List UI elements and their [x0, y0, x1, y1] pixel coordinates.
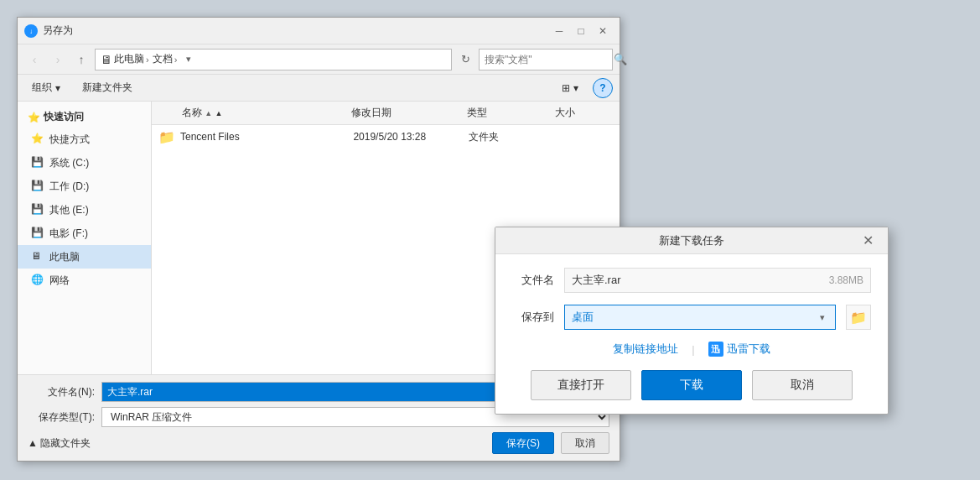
sort-arrow-name: ▲	[205, 109, 212, 117]
computer-icon: 🖥	[101, 53, 112, 66]
close-button[interactable]: ✕	[593, 21, 613, 41]
sidebar-item-d[interactable]: 💾 工作 (D:) 📌	[18, 175, 151, 198]
link-divider: |	[692, 343, 694, 356]
sidebar-item-f[interactable]: 💾 电影 (F:) 📌	[18, 222, 151, 245]
thunder-icon-text: 迅	[711, 343, 720, 356]
sidebar: ⭐ 快速访问 ⭐ 快捷方式 📌 💾 系统 (C:) 📌 💾 工作 (D:) 📌 …	[18, 102, 152, 374]
col-header-size[interactable]: 大小	[552, 106, 613, 120]
second-toolbar: 组织 ▾ 新建文件夹 ⊞ ▾ ?	[18, 75, 620, 102]
breadcrumb-docs: 文档 ›	[153, 52, 178, 66]
sidebar-item-this-pc[interactable]: 🖥 此电脑	[18, 245, 151, 269]
cancel-button[interactable]: 取消	[561, 432, 609, 454]
file-type: 文件夹	[469, 130, 555, 144]
sidebar-item-f-label: 电影 (F:)	[49, 227, 88, 241]
sidebar-item-this-pc-label: 此电脑	[49, 250, 80, 264]
address-dropdown-button[interactable]: ▾	[180, 50, 197, 70]
back-button[interactable]: ‹	[24, 50, 44, 70]
dl-filesize: 3.88MB	[829, 274, 863, 286]
close-icon: ✕	[863, 232, 874, 248]
dl-filename-label: 文件名	[512, 273, 554, 288]
this-pc-icon: 🖥	[31, 250, 44, 263]
search-box: 🔍	[479, 49, 613, 70]
f-drive-icon: 💾	[31, 227, 44, 240]
sidebar-item-d-label: 工作 (D:)	[49, 180, 89, 194]
up-button[interactable]: ↑	[71, 50, 91, 70]
minimize-button[interactable]: ─	[549, 21, 569, 41]
search-input[interactable]	[485, 54, 610, 65]
view-button[interactable]: ⊞ ▾	[554, 78, 586, 98]
sidebar-item-shortcuts[interactable]: ⭐ 快捷方式 📌	[18, 128, 151, 151]
svg-text:↓: ↓	[29, 28, 33, 35]
dl-links: 复制链接地址 | 迅 迅雷下载	[512, 342, 871, 357]
col-header-type[interactable]: 类型	[464, 106, 552, 120]
hidden-folder-label: ▲ 隐藏文件夹	[28, 436, 91, 451]
sidebar-item-network-label: 网络	[49, 274, 70, 288]
address-bar[interactable]: 🖥 此电脑 › 文档 › ▾	[95, 49, 452, 70]
refresh-button[interactable]: ↻	[455, 50, 475, 70]
quick-access-label: 快速访问	[44, 110, 84, 124]
sidebar-item-e[interactable]: 💾 其他 (E:) 📌	[18, 198, 151, 222]
dl-filename-value: 大主宰.rar	[572, 273, 621, 288]
breadcrumb-computer: 🖥 此电脑 ›	[101, 52, 149, 66]
quick-access-icon: ⭐	[28, 112, 40, 123]
sidebar-item-e-label: 其他 (E:)	[49, 203, 89, 217]
view-icon: ⊞	[562, 82, 570, 94]
save-as-titlebar: ↓ 另存为 ─ □ ✕	[18, 18, 620, 44]
network-icon: 🌐	[31, 274, 44, 287]
col-header-name[interactable]: 名称 ▲	[179, 106, 348, 120]
file-name: Tencent Files	[180, 131, 353, 143]
bottom-actions: 保存(S) 取消	[492, 432, 609, 454]
download-dialog: 新建下载任务 ✕ 文件名 大主宰.rar 3.88MB 保存到 桌面 ▾ 📁	[495, 227, 889, 415]
new-folder-button[interactable]: 新建文件夹	[75, 78, 140, 98]
help-icon: ?	[599, 82, 605, 94]
sidebar-item-network[interactable]: 🌐 网络	[18, 269, 151, 292]
filetype-label: 保存类型(T):	[28, 410, 95, 425]
organize-arrow: ▾	[55, 82, 60, 94]
dl-saveto-row: 保存到 桌面 ▾ 📁	[512, 305, 871, 330]
filename-label: 文件名(N):	[28, 385, 95, 399]
dl-cancel-button[interactable]: 取消	[752, 370, 853, 400]
dl-saveto-label: 保存到	[512, 310, 554, 325]
copy-link-button[interactable]: 复制链接地址	[613, 342, 678, 357]
copy-link-label: 复制链接地址	[613, 342, 678, 357]
download-body: 文件名 大主宰.rar 3.88MB 保存到 桌面 ▾ 📁 复制链接地址 |	[495, 254, 888, 414]
direct-open-button[interactable]: 直接打开	[531, 370, 631, 400]
file-row[interactable]: 📁 Tencent Files 2019/5/20 13:28 文件夹	[152, 125, 620, 149]
e-drive-icon: 💾	[31, 203, 44, 217]
dl-saveto-box[interactable]: 桌面 ▾	[564, 305, 836, 330]
breadcrumb-computer-label: 此电脑	[114, 52, 144, 66]
view-arrow: ▾	[573, 82, 578, 94]
download-button[interactable]: 下载	[641, 370, 742, 400]
help-button[interactable]: ?	[593, 78, 613, 98]
download-title: 新建下载任务	[526, 233, 858, 248]
dl-filename-row: 文件名 大主宰.rar 3.88MB	[512, 268, 871, 293]
dl-filename-box: 大主宰.rar 3.88MB	[564, 268, 871, 293]
dl-saveto-dropdown[interactable]: ▾	[817, 312, 828, 323]
dl-actions: 直接打开 下载 取消	[512, 370, 871, 400]
folder-icon: 📁	[158, 128, 175, 145]
forward-button[interactable]: ›	[48, 50, 68, 70]
download-titlebar: 新建下载任务 ✕	[495, 227, 888, 254]
search-icon: 🔍	[614, 53, 627, 65]
window-controls: ─ □ ✕	[549, 21, 613, 41]
dl-saveto-value: 桌面	[572, 310, 817, 325]
maximize-button[interactable]: □	[571, 21, 591, 41]
thunder-label: 迅雷下载	[727, 342, 770, 357]
dl-folder-button[interactable]: 📁	[846, 305, 871, 330]
folder-open-icon: 📁	[850, 310, 867, 326]
shortcuts-icon: ⭐	[31, 133, 44, 146]
sidebar-item-shortcuts-label: 快捷方式	[49, 133, 90, 147]
thunder-download-button[interactable]: 迅 迅雷下载	[708, 342, 770, 357]
download-close-button[interactable]: ✕	[858, 231, 878, 251]
new-folder-label: 新建文件夹	[82, 81, 132, 95]
save-button[interactable]: 保存(S)	[492, 432, 554, 454]
col-header-date[interactable]: 修改日期	[348, 106, 464, 120]
organize-button[interactable]: 组织 ▾	[24, 78, 68, 98]
file-list-header: 名称 ▲ 修改日期 类型 大小	[152, 102, 620, 125]
organize-label: 组织	[32, 81, 52, 95]
nav-toolbar: ‹ › ↑ 🖥 此电脑 › 文档 › ▾ ↻ 🔍	[18, 44, 620, 75]
thunder-icon: 迅	[708, 342, 723, 357]
sidebar-item-c[interactable]: 💾 系统 (C:) 📌	[18, 151, 151, 175]
c-drive-icon: 💾	[31, 156, 44, 170]
hidden-folder-toggle[interactable]: ▲ 隐藏文件夹	[28, 436, 91, 451]
